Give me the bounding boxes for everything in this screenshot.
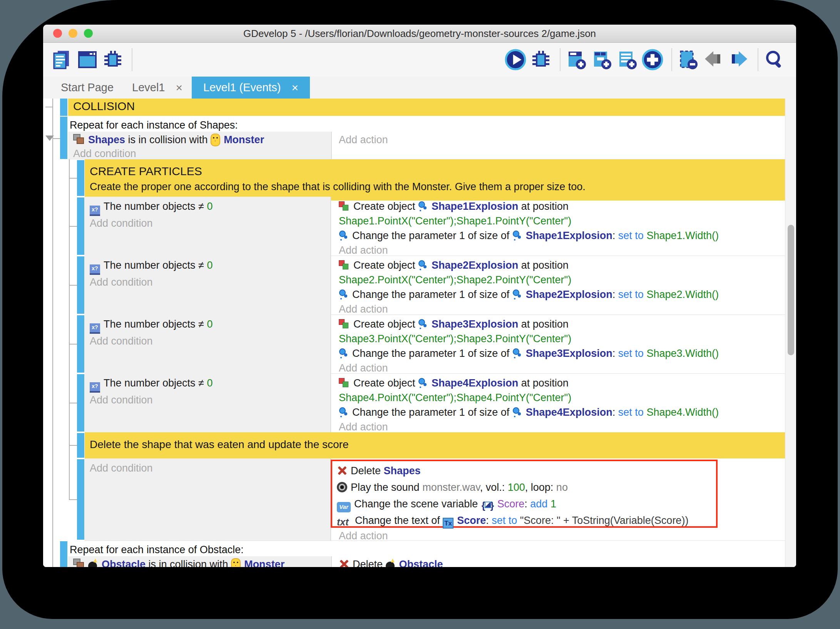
comment-text: COLLISION [73, 100, 135, 112]
conditions-cell[interactable]: x?The number objects ≠ 0 Add condition [85, 314, 331, 373]
event-highlight-bar [77, 160, 84, 196]
actions-cell[interactable]: Add action [333, 132, 775, 159]
add-condition-link[interactable]: Add condition [73, 147, 331, 159]
add-new-event-button[interactable] [641, 49, 664, 71]
condition-line[interactable]: Shapes is in collision with Monster [73, 133, 331, 147]
actions-cell[interactable]: Delete Obstacle [333, 556, 775, 567]
shape4-event[interactable]: x?The number objects ≠ 0 Add condition C… [85, 373, 785, 433]
search-button[interactable] [763, 49, 785, 71]
add-subevent-button[interactable] [591, 49, 613, 71]
add-event-button[interactable] [565, 49, 587, 71]
text-segment: Shapes [88, 134, 125, 146]
zoom-button[interactable] [84, 29, 93, 38]
play-button[interactable] [504, 49, 527, 71]
add-circle-icon [641, 49, 664, 71]
actions-cell[interactable]: Create object Shape1Explosion at positio… [333, 197, 775, 256]
action-line[interactable]: Play the sound monster.wav, vol.: 100, l… [337, 479, 716, 496]
add-action-link[interactable]: Add action [339, 133, 775, 147]
tab-start-page[interactable]: Start Page [52, 77, 123, 99]
action-line[interactable]: Shape3.PointX("Center");Shape3.PointY("C… [339, 331, 775, 346]
text-segment: at position [518, 318, 569, 330]
action-line[interactable]: Shape1.PointX("Center");Shape1.PointY("C… [339, 214, 775, 228]
tab-close-icon[interactable]: × [176, 81, 183, 94]
conditions-cell[interactable]: Shapes is in collision with Monster Add … [68, 132, 332, 159]
add-action-link[interactable]: Add action [339, 420, 775, 433]
particle-icon [512, 230, 522, 241]
actions-cell[interactable]: Create object Shape3Explosion at positio… [333, 314, 775, 373]
score-event[interactable]: Add condition Delete Shapes Play the sou… [85, 458, 785, 541]
action-line[interactable]: Create object Shape4Explosion at positio… [339, 376, 775, 390]
comment-title: CREATE PARTICLES [90, 163, 790, 179]
action-line[interactable]: Create object Shape1Explosion at positio… [339, 199, 775, 214]
project-manager-icon [51, 49, 73, 70]
action-line[interactable]: Change the parameter 1 of size of Shape3… [339, 346, 775, 361]
text-segment: at position [518, 201, 569, 212]
condition-line[interactable]: x?The number objects ≠ 0 [90, 317, 330, 334]
action-line[interactable]: Create object Shape3Explosion at positio… [339, 317, 775, 331]
tab-level1-events[interactable]: Level1 (Events) × [192, 77, 310, 99]
add-action-link[interactable]: Add action [339, 302, 775, 315]
scrollbar-thumb[interactable] [788, 225, 794, 355]
conditions-cell[interactable]: x?The number objects ≠ 0 Add condition [85, 373, 331, 432]
shape2-event[interactable]: x?The number objects ≠ 0 Add condition C… [85, 256, 785, 315]
comment-collision[interactable]: COLLISION [68, 99, 790, 116]
condition-line[interactable]: x?The number objects ≠ 0 [90, 199, 330, 216]
action-line[interactable]: VarChange the scene variable {}Score: ad… [337, 496, 716, 512]
add-action-link[interactable]: Add action [339, 361, 775, 374]
remove-event-button[interactable] [677, 49, 699, 71]
conditions-cell[interactable]: x?The number objects ≠ 0 Add condition [85, 256, 331, 314]
comment-create-particles[interactable]: CREATE PARTICLES Create the proper one a… [85, 159, 790, 201]
action-line[interactable]: Change the parameter 1 of size of Shape2… [339, 287, 775, 302]
comment-delete-score[interactable]: Delete the shape that was eaten and upda… [85, 432, 790, 458]
add-comment-button[interactable] [616, 49, 638, 71]
repeat-obstacle-event[interactable]: Repeat for each instance of Obstacle: Ob… [68, 540, 785, 567]
action-line[interactable]: Delete Shapes [337, 463, 716, 479]
action-line[interactable]: Change the parameter 1 of size of Shape1… [339, 228, 775, 243]
tab-level1[interactable]: Level1 × [123, 77, 192, 99]
title-bar[interactable]: GDevelop 5 - /Users/florian/Downloads/ge… [43, 25, 796, 43]
tree-tick [69, 445, 77, 446]
tab-close-icon[interactable]: × [292, 81, 299, 94]
add-condition-link[interactable]: Add condition [90, 461, 330, 475]
project-manager-button[interactable] [51, 49, 73, 71]
add-condition-link[interactable]: Add condition [90, 393, 330, 407]
particle-icon [512, 289, 522, 299]
add-condition-link[interactable]: Add condition [90, 334, 330, 348]
actions-cell[interactable]: Create object Shape4Explosion at positio… [333, 373, 775, 432]
debug-button[interactable] [530, 49, 552, 71]
action-line[interactable]: Delete Obstacle [339, 557, 775, 567]
debugger-button[interactable] [102, 49, 124, 71]
redo-button[interactable] [728, 49, 750, 71]
add-action-link[interactable]: Add action [339, 243, 775, 256]
add-condition-link[interactable]: Add condition [90, 275, 330, 289]
shape3-event[interactable]: x?The number objects ≠ 0 Add condition C… [85, 314, 785, 374]
gdevelop-window: GDevelop 5 - /Users/florian/Downloads/ge… [43, 25, 796, 567]
action-line[interactable]: Change the parameter 1 of size of Shape4… [339, 405, 775, 420]
text-segment: at position [518, 259, 569, 271]
minimize-button[interactable] [69, 29, 77, 38]
action-line[interactable]: Shape4.PointX("Center");Shape4.PointY("C… [339, 390, 775, 405]
action-line[interactable]: Create object Shape2Explosion at positio… [339, 258, 775, 273]
undo-button[interactable] [702, 49, 725, 71]
particle-icon [418, 201, 428, 211]
add-condition-link[interactable]: Add condition [90, 216, 330, 231]
condition-line[interactable]: x?The number objects ≠ 0 [90, 376, 330, 393]
conditions-cell[interactable]: Add condition [85, 458, 331, 540]
condition-line[interactable]: Obstacle is in collision with Monster [73, 557, 331, 567]
text-segment: Shape4.Width() [644, 407, 719, 418]
close-button[interactable] [53, 29, 62, 38]
repeat-shapes-event[interactable]: Repeat for each instance of Shapes: Shap… [68, 116, 785, 159]
actions-cell[interactable]: Create object Shape2Explosion at positio… [333, 256, 775, 314]
create-icon [339, 259, 350, 270]
conditions-cell[interactable]: x?The number objects ≠ 0 Add condition [85, 197, 331, 256]
action-line[interactable]: Shape2.PointX("Center");Shape2.PointY("C… [339, 273, 775, 287]
add-action-link[interactable]: Add action [339, 529, 388, 541]
action-line[interactable]: txtChange the text of TxScore: set to "S… [337, 512, 716, 529]
condition-line[interactable]: x?The number objects ≠ 0 [90, 258, 330, 275]
bomb-icon [88, 559, 98, 567]
text-segment: : [612, 348, 618, 359]
shape1-event[interactable]: x?The number objects ≠ 0 Add condition C… [85, 197, 785, 256]
collapse-arrow-icon[interactable] [45, 136, 54, 141]
scene-editor-button[interactable] [76, 49, 99, 71]
conditions-cell[interactable]: Obstacle is in collision with Monster [68, 556, 332, 567]
